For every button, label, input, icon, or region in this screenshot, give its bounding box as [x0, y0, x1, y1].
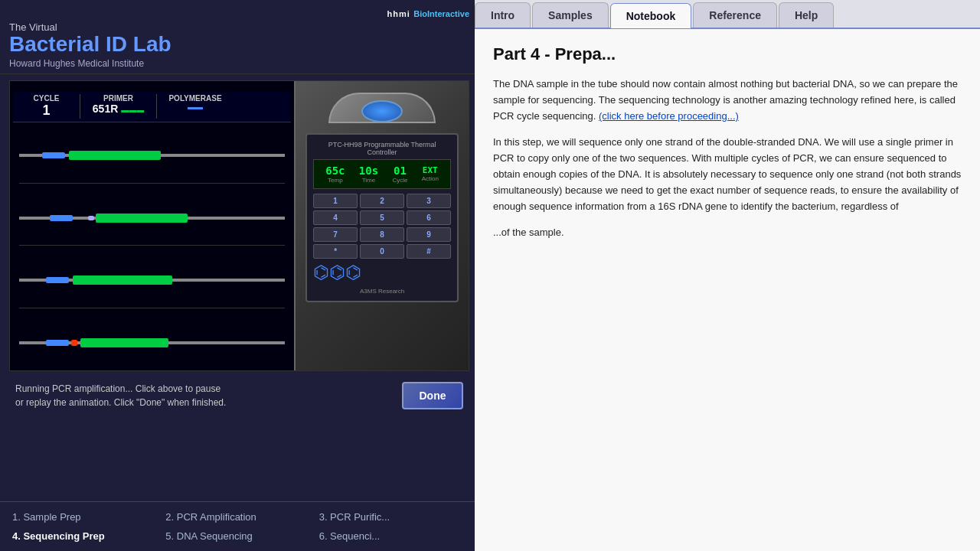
key-5[interactable]: 5	[360, 210, 404, 225]
step-1[interactable]: 1. Sample Prep	[9, 510, 162, 524]
tab-notebook[interactable]: Notebook	[610, 3, 692, 28]
machine-body: PTC-HH98 Programmable Thermal Controller…	[305, 133, 459, 302]
machine-lid	[328, 93, 436, 123]
app-title-large: Bacterial ID Lab	[9, 33, 469, 57]
key-6[interactable]: 6	[407, 210, 451, 225]
done-button[interactable]: Done	[402, 382, 463, 409]
steps-navigation: 1. Sample Prep 2. PCR Amplification 3. P…	[0, 501, 479, 551]
display-temp: 65c	[325, 165, 345, 177]
status-bar: Running PCR amplification... Click above…	[9, 377, 469, 414]
strand-row-4	[13, 318, 291, 360]
key-8[interactable]: 8	[360, 227, 404, 242]
pcr-machine: PTC-HH98 Programmable Thermal Controller…	[294, 81, 469, 370]
strand-row-3	[13, 256, 291, 298]
primer-label: PRIMER	[90, 94, 147, 103]
strand-row-1	[13, 131, 291, 173]
notebook-para3: ...of the sample.	[493, 225, 962, 241]
steps-row-1: 1. Sample Prep 2. PCR Amplification 3. P…	[9, 510, 469, 524]
tabs-bar: Intro Samples Notebook Reference Help	[475, 0, 980, 29]
primer-value: 651R	[93, 103, 118, 115]
machine-brand: PTC-HH98 Programmable Thermal Controller	[313, 141, 451, 156]
steps-row-2: 4. Sequencing Prep 5. DNA Sequencing 6. …	[9, 529, 469, 543]
notebook-content: Part 4 - Prepa... The DNA sample in the …	[475, 29, 980, 551]
tab-reference[interactable]: Reference	[693, 2, 777, 28]
tab-intro[interactable]: Intro	[475, 2, 531, 28]
app-institute: Howard Hughes Medical Institute	[9, 58, 469, 69]
machine-keypad: 1 2 3 4 5 6 7 8 9 * 0 #	[313, 194, 451, 259]
notebook-para1: The DNA sample in the tube should now co…	[493, 77, 962, 124]
biointeractive-logo: BioInteractive	[413, 9, 469, 18]
step-3[interactable]: 3. PCR Purific...	[316, 510, 469, 524]
dna-icon: ⌬⌬⌬	[313, 262, 451, 283]
cycle-value: 1	[19, 103, 74, 119]
status-text-line1: Running PCR amplification... Click above…	[15, 382, 402, 396]
key-7[interactable]: 7	[313, 227, 358, 242]
notebook-link-proceed[interactable]: (click here before proceeding...)	[599, 110, 739, 122]
display-action-label: Action	[422, 175, 439, 182]
display-action: EXT	[422, 165, 439, 175]
key-star[interactable]: *	[313, 244, 358, 259]
display-temp-label: Temp	[325, 177, 345, 184]
machine-footer: A3MS Research	[313, 288, 451, 295]
notebook-title: Part 4 - Prepa...	[493, 44, 962, 64]
left-panel: hhmi BioInteractive The Virtual Bacteria…	[0, 0, 479, 551]
status-text-line2: or replay the animation. Click "Done" wh…	[15, 396, 402, 409]
key-2[interactable]: 2	[360, 194, 404, 208]
key-1[interactable]: 1	[313, 194, 358, 208]
pcr-animation-area[interactable]: CYCLE 1 PRIMER 651R ▬▬▬ POLYMERASE ▬▬	[9, 80, 469, 371]
header: hhmi BioInteractive The Virtual Bacteria…	[0, 0, 479, 74]
tab-help[interactable]: Help	[779, 2, 834, 28]
strand-row-2	[13, 193, 291, 235]
polymerase-label: POLYMERASE	[166, 94, 224, 103]
tab-samples[interactable]: Samples	[532, 2, 609, 28]
cycle-label: CYCLE	[19, 94, 74, 103]
step-2[interactable]: 2. PCR Amplification	[162, 510, 315, 524]
key-3[interactable]: 3	[407, 194, 451, 208]
key-0[interactable]: 0	[360, 244, 404, 259]
key-4[interactable]: 4	[313, 210, 358, 225]
step-6[interactable]: 6. Sequenci...	[316, 529, 469, 543]
display-cycle-label: Cycle	[392, 177, 407, 184]
display-cycle: 01	[392, 165, 407, 177]
machine-display: 65c Temp 10s Time 01 Cycle EXT Action	[313, 159, 451, 189]
hhmi-logo: hhmi	[387, 9, 410, 18]
notebook-para2: In this step, we will sequence only one …	[493, 135, 962, 214]
app-title-small: The Virtual	[9, 21, 469, 33]
key-9[interactable]: 9	[407, 227, 451, 242]
key-hash[interactable]: #	[407, 244, 451, 259]
display-time: 10s	[359, 165, 378, 177]
display-time-label: Time	[359, 177, 378, 184]
right-panel: Intro Samples Notebook Reference Help Pa…	[475, 0, 980, 551]
pcr-strands-panel: CYCLE 1 PRIMER 651R ▬▬▬ POLYMERASE ▬▬	[10, 81, 294, 370]
step-4[interactable]: 4. Sequencing Prep	[9, 529, 162, 543]
step-5[interactable]: 5. DNA Sequencing	[162, 529, 315, 543]
